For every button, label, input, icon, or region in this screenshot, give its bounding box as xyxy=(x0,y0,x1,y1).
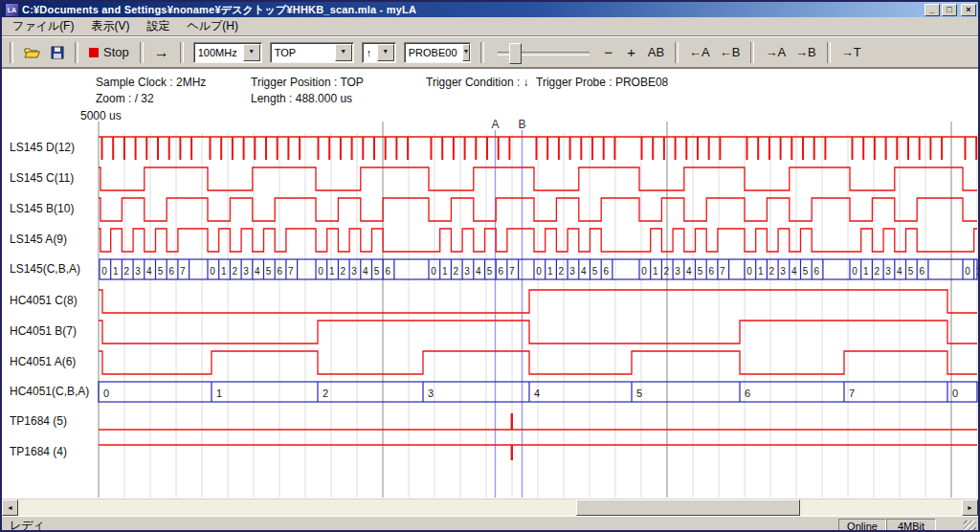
menu-help[interactable]: ヘルプ(H) xyxy=(178,16,247,36)
chevron-down-icon[interactable]: ▼ xyxy=(335,44,352,61)
toolbar-separator xyxy=(180,42,184,63)
bus-value: 3 xyxy=(428,388,434,399)
bus-value: 3 xyxy=(135,266,141,277)
goto-trigger-button[interactable]: →T xyxy=(836,41,866,64)
scroll-right-button[interactable]: ► xyxy=(962,499,978,516)
bus-value: 2 xyxy=(323,388,328,399)
scrollbar-thumb[interactable] xyxy=(576,499,800,516)
bus-value: 1 xyxy=(863,266,869,277)
bus-value: 2 xyxy=(124,266,130,277)
bus-value: 5 xyxy=(266,266,272,277)
bus-value: 2 xyxy=(341,266,346,277)
goto-cursor-b-left-button[interactable]: ←B xyxy=(715,41,746,64)
bus-value: 0 xyxy=(952,388,958,399)
cursor-label: A xyxy=(491,118,499,131)
close-button[interactable]: × xyxy=(961,4,976,16)
scroll-left-button[interactable]: ◄ xyxy=(2,499,18,516)
floppy-icon xyxy=(51,46,64,59)
ab-range-button[interactable]: AB xyxy=(643,41,669,64)
toolbar-separator xyxy=(75,42,78,63)
zoom-slider-thumb[interactable] xyxy=(509,43,522,64)
bus-value: 3 xyxy=(243,266,249,277)
zoom-in-button[interactable]: + xyxy=(620,41,643,64)
bus-value: 6 xyxy=(168,266,174,277)
titlebar: LA C:¥Documents and Settings¥noname¥デスクト… xyxy=(2,2,978,17)
bus-value: 5 xyxy=(636,388,642,399)
chevron-down-icon[interactable]: ▼ xyxy=(462,44,471,61)
bus-value: 2 xyxy=(233,266,238,277)
stop-label: Stop xyxy=(103,45,129,59)
bus-value: 0 xyxy=(101,266,107,277)
bus-value: 6 xyxy=(708,266,714,277)
zoom-slider[interactable] xyxy=(498,42,590,63)
bus-value: 0 xyxy=(641,266,647,277)
bus-value: 4 xyxy=(686,266,692,277)
stop-button[interactable]: Stop xyxy=(84,41,134,64)
menubar: ファイル(F) 表示(V) 設定 ヘルプ(H) xyxy=(2,17,978,36)
open-folder-icon xyxy=(24,46,41,59)
menu-settings[interactable]: 設定 xyxy=(138,16,178,36)
run-button[interactable]: → xyxy=(149,41,174,64)
chevron-down-icon[interactable]: ▼ xyxy=(377,44,394,61)
horizontal-scrollbar[interactable]: ◄ ► xyxy=(2,499,978,516)
cursor-label: B xyxy=(518,118,525,131)
bus-value: 5 xyxy=(698,266,703,277)
bus-value: 0 xyxy=(852,266,858,277)
bus-value: 5 xyxy=(487,266,493,277)
save-file-button[interactable] xyxy=(46,41,69,64)
bus-value: 0 xyxy=(965,266,970,277)
toolbar-separator xyxy=(675,42,679,63)
app-window: LA C:¥Documents and Settings¥noname¥デスクト… xyxy=(0,0,980,532)
bus-value: 1 xyxy=(329,266,335,277)
trigger-position-value: TOP xyxy=(271,47,334,58)
bus-value: 7 xyxy=(720,266,725,277)
chevron-down-icon[interactable]: ▼ xyxy=(243,44,260,61)
toolbar-separator xyxy=(140,42,144,63)
bus-value: 1 xyxy=(653,266,658,277)
toolbar-separator xyxy=(480,42,484,63)
bus-value: 2 xyxy=(875,266,880,277)
bus-value: 5 xyxy=(374,266,380,277)
waveform-canvas[interactable]: AB01234567012345670123456012345670123456… xyxy=(2,69,978,499)
bus-value: 3 xyxy=(885,266,891,277)
maximize-button[interactable]: □ xyxy=(942,4,957,16)
menu-file[interactable]: ファイル(F) xyxy=(4,16,82,36)
bus-value: 3 xyxy=(569,266,575,277)
waveform-panel[interactable]: Sample Clock : 2MHz Trigger Position : T… xyxy=(2,68,978,499)
toolbar-separator xyxy=(10,42,13,63)
app-icon: LA xyxy=(5,3,19,17)
bus-value: 6 xyxy=(277,266,282,277)
bus-value: 4 xyxy=(363,266,368,277)
bus-value: 4 xyxy=(255,266,260,277)
bus-value: 6 xyxy=(498,266,503,277)
bus-value: 7 xyxy=(180,266,186,277)
bus-value: 3 xyxy=(675,266,680,277)
bus-value: 2 xyxy=(559,266,565,277)
trigger-edge-select[interactable]: ↑ ▼ xyxy=(362,42,396,63)
resize-grip[interactable] xyxy=(964,521,976,532)
trigger-probe-select[interactable]: PROBE00 ▼ xyxy=(404,42,471,63)
open-file-button[interactable] xyxy=(19,41,46,64)
bus-value: 4 xyxy=(534,388,540,399)
bus-value: 1 xyxy=(758,266,764,277)
goto-cursor-a-left-button[interactable]: ←A xyxy=(684,41,715,64)
bus-value: 6 xyxy=(385,266,390,277)
bus-value: 7 xyxy=(849,388,855,399)
goto-cursor-a-right-button[interactable]: →A xyxy=(760,41,791,64)
zoom-out-button[interactable]: − xyxy=(597,41,620,64)
clock-rate-select[interactable]: 100MHz ▼ xyxy=(193,42,262,63)
menu-view[interactable]: 表示(V) xyxy=(82,16,138,36)
bus-value: 0 xyxy=(210,266,215,277)
bus-value: 5 xyxy=(592,266,598,277)
bus-value: 6 xyxy=(745,388,750,399)
bus-value: 6 xyxy=(603,266,609,277)
minimize-button[interactable]: _ xyxy=(924,4,940,16)
bus-value: 2 xyxy=(454,266,459,277)
trigger-position-select[interactable]: TOP ▼ xyxy=(270,42,354,63)
bus-value: 7 xyxy=(288,266,294,277)
goto-cursor-b-right-button[interactable]: →B xyxy=(791,41,821,64)
bus-value: 0 xyxy=(318,266,323,277)
bus-value: 2 xyxy=(664,266,670,277)
bus-value: 1 xyxy=(547,266,553,277)
bus-value: 1 xyxy=(221,266,227,277)
